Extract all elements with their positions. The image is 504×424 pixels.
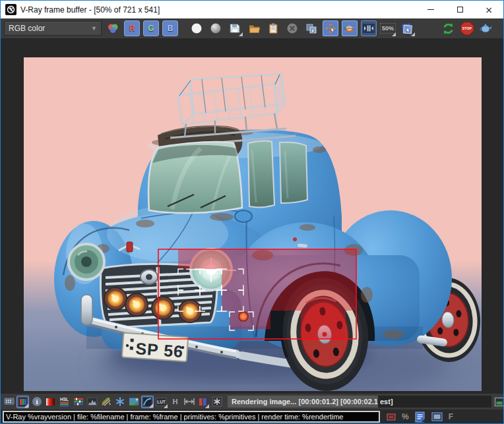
- frame-buffer-canvas[interactable]: SP 56: [1, 38, 503, 394]
- license-plate: SP 56: [122, 333, 188, 362]
- chevron-down-icon: ▼: [91, 25, 97, 32]
- white-balance-icon[interactable]: [189, 20, 205, 36]
- stamp-text-input[interactable]: V-Ray %vrayversion | file: %filename | f…: [3, 411, 380, 423]
- title-bar[interactable]: V-Ray frame buffer - [50% of 721 x 541] …: [1, 1, 503, 18]
- windshield: [148, 142, 242, 213]
- load-image-button[interactable]: [246, 20, 262, 36]
- side-mirror: [235, 210, 252, 222]
- headlight-left: [69, 244, 104, 280]
- pixel-info-icon[interactable]: i: [30, 396, 43, 408]
- save-image-button[interactable]: [227, 20, 243, 36]
- stop-label: STOP: [461, 22, 474, 35]
- main-toolbar: RGB color ▼ R G B: [1, 18, 503, 38]
- lut-correction-icon[interactable]: LUT: [155, 396, 168, 408]
- follow-mouse-toggle[interactable]: [323, 20, 338, 36]
- zoom-level-button[interactable]: 50%: [380, 20, 396, 36]
- corrections-toolbar: i HSL LUT H: [1, 394, 503, 409]
- red-channel-button[interactable]: R: [124, 20, 140, 36]
- vray-frame-buffer-window: V-Ray frame buffer - [50% of 721 x 541] …: [0, 0, 504, 424]
- window-title: V-Ray frame buffer - [50% of 721 x 541]: [20, 5, 160, 15]
- channel-selector-value: RGB color: [9, 24, 45, 33]
- channel-selector-dropdown[interactable]: RGB color ▼: [4, 21, 102, 36]
- srgb-curve-toggle[interactable]: [141, 396, 154, 408]
- render-progress-bar: Rendering image... [00:00:01.2] [00:00:0…: [228, 396, 491, 408]
- zoom-level-value: 50%: [380, 23, 396, 34]
- maximize-button[interactable]: [445, 1, 474, 18]
- refresh-icon[interactable]: [440, 20, 456, 36]
- svg-text:LUT: LUT: [157, 400, 166, 404]
- stop-render-button[interactable]: STOP: [459, 20, 475, 36]
- show-corrections-icon[interactable]: [3, 396, 15, 408]
- close-button[interactable]: ×: [474, 1, 503, 18]
- stamp-percent-button[interactable]: %: [402, 412, 409, 421]
- stereo-width-icon[interactable]: [183, 396, 195, 408]
- svg-text:i: i: [36, 398, 38, 406]
- curve-pencil-icon[interactable]: [100, 396, 112, 408]
- render-car-scene: SP 56: [24, 57, 482, 391]
- rendered-image[interactable]: SP 56: [24, 57, 482, 391]
- stamp-font-button[interactable]: F: [449, 412, 453, 421]
- icc-asterisk-icon[interactable]: [210, 396, 223, 408]
- stamp-toggle-icon[interactable]: [387, 413, 396, 421]
- icc-snowflake-icon[interactable]: [113, 396, 126, 408]
- stamp-variables-icon[interactable]: [415, 411, 425, 423]
- levels-histogram-icon[interactable]: [86, 396, 98, 408]
- color-balance-icon[interactable]: [72, 396, 84, 408]
- force-clamping-icon[interactable]: [44, 396, 57, 408]
- stamp-bar: V-Ray %vrayversion | file: %filename | f…: [1, 409, 503, 424]
- clipboard-button[interactable]: [265, 20, 281, 36]
- background-image-icon[interactable]: [127, 396, 140, 408]
- green-channel-button[interactable]: G: [143, 20, 159, 36]
- stamp-window-icon[interactable]: [493, 396, 504, 408]
- red-blue-channels-icon[interactable]: [197, 396, 209, 408]
- license-plate-text: SP 56: [135, 339, 184, 361]
- vray-logo-icon: [5, 4, 16, 15]
- minimize-button[interactable]: [416, 1, 445, 18]
- hsl-correction-icon[interactable]: HSL: [58, 396, 71, 408]
- region-render-toggle[interactable]: [342, 20, 358, 36]
- track-mouse-button[interactable]: [399, 20, 415, 36]
- srgb-display-toggle[interactable]: [16, 396, 29, 408]
- color-wheel-icon[interactable]: [105, 20, 121, 36]
- monochrome-sphere-icon[interactable]: [208, 20, 224, 36]
- render-last-button[interactable]: [478, 20, 494, 36]
- render-progress-text: Rendering image... [00:00:01.2] [00:00:0…: [232, 396, 393, 408]
- clear-image-button[interactable]: [284, 20, 300, 36]
- compare-horizontal-button[interactable]: [361, 20, 377, 36]
- blue-channel-button[interactable]: B: [162, 20, 178, 36]
- duplicate-to-host-icon[interactable]: [303, 20, 319, 36]
- stereo-h-icon[interactable]: H: [169, 396, 181, 408]
- svg-text:HSL: HSL: [60, 397, 69, 402]
- stamp-placement-icon[interactable]: [431, 412, 443, 421]
